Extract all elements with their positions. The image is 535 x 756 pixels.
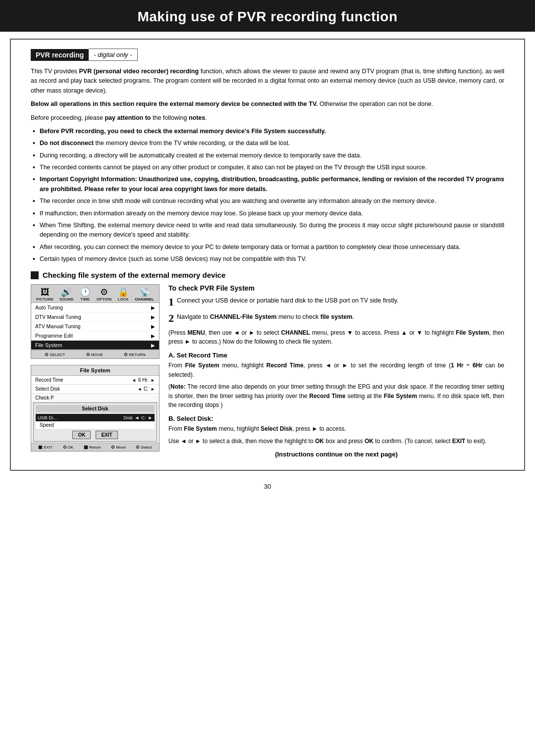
select-disk-right-arrow: ► — [151, 387, 155, 392]
record-time-left-arrow: ◄ — [132, 378, 136, 383]
check-pvr-title: To check PVR File System — [168, 284, 504, 292]
option-label: OPTION — [97, 297, 112, 302]
disk-left-arrow: ◄ — [135, 415, 139, 420]
disk-right-arrow: ► — [148, 415, 153, 420]
file-system-box: File System Record Time ◄ 6 Hr. ► Select… — [31, 365, 160, 452]
fs-menu-icon: ▦ — [84, 445, 88, 450]
step-2-note: (Press MENU, then use ◄ or ► to select C… — [168, 328, 504, 347]
picture-icon: 🖼 — [41, 288, 50, 297]
exit-button[interactable]: EXIT — [96, 431, 117, 439]
fs-menu: ▦ Return — [84, 445, 101, 450]
fs-ok-icon: ⊙ — [63, 445, 67, 450]
black-square-icon — [31, 271, 39, 279]
select-disk-popup: Select Disk USB Di... Disk ◄ C: ► Speed — [33, 403, 157, 442]
record-time-controls: ◄ 6 Hr. ► — [132, 377, 155, 383]
programme-edit-label: Programme Edit — [35, 333, 73, 339]
auto-tuning-arrow: ▶ — [151, 305, 155, 310]
lock-icon-item: 🔒 LOCK — [118, 288, 129, 302]
bullet-2: Do not disconnect the memory device from… — [31, 139, 504, 148]
atv-arrow: ▶ — [151, 324, 155, 329]
check-p-label: Check P — [35, 395, 54, 401]
ok-button[interactable]: OK — [72, 431, 91, 439]
page-header: Making use of PVR recording function — [0, 0, 535, 32]
select-label: SELECT — [50, 353, 65, 357]
programme-edit-row: Programme Edit ▶ — [31, 331, 159, 341]
select-disk-text1: From File System menu, highlight Select … — [168, 424, 504, 434]
page-wrapper: Making use of PVR recording function PVR… — [0, 0, 535, 756]
pvr-label: PVR recording — [31, 49, 89, 61]
programme-edit-arrow: ▶ — [151, 333, 155, 339]
fs-select-label: Select — [141, 445, 152, 450]
dtv-arrow: ▶ — [151, 314, 155, 320]
file-system-arrow: ▶ — [151, 343, 155, 348]
menu-icons-row: 🖼 PICTURE 🔊 SOUND 🕐 TIME ⚙ — [31, 285, 159, 303]
return-icon: ⊙ — [124, 352, 128, 357]
file-system-title: File System — [31, 365, 159, 376]
disk-label: Disk — [123, 415, 132, 420]
time-icon-item: 🕐 TIME — [80, 288, 91, 302]
footer-move: ⊙ MOVE — [86, 352, 103, 357]
fs-footer: ▣ EXIT ⊙ OK ▦ Return ⊙ M — [31, 443, 159, 451]
atv-manual-tuning-row: ATV Manual Tuning ▶ — [31, 322, 159, 331]
bullet-10: Certain types of memory device (such as … — [31, 254, 504, 264]
auto-tuning-row: Auto Tuning ▶ — [31, 303, 159, 312]
record-time-right-arrow: ► — [151, 378, 155, 383]
atv-manual-tuning-label: ATV Manual Tuning — [35, 323, 80, 329]
select-disk-row: Select Disk ◄ C: ► — [31, 385, 159, 394]
file-system-row: File System ▶ — [31, 341, 159, 350]
bullet-4: The recorded contents cannot be played o… — [31, 163, 504, 172]
return-label: RETURN — [129, 353, 145, 357]
picture-icon-item: 🖼 PICTURE — [36, 288, 54, 302]
picture-label: PICTURE — [36, 297, 54, 302]
sound-icon-item: 🔊 SOUND — [59, 288, 74, 302]
step-2: 2 Navigate to CHANNEL-File System menu t… — [168, 312, 504, 324]
dtv-manual-tuning-row: DTV Manual Tuning ▶ — [31, 312, 159, 322]
set-record-time-note: (Note: The record time also depends on y… — [168, 382, 504, 410]
menu-footer: ⊙ SELECT ⊙ MOVE ⊙ RETURN — [31, 350, 159, 358]
disk-value: C: — [141, 415, 146, 420]
fs-ok-label: OK — [68, 445, 74, 450]
usb-disk-row: USB Di... Disk ◄ C: ► — [36, 414, 155, 421]
fs-menu-label: Return — [89, 445, 101, 450]
sound-label: SOUND — [59, 297, 74, 302]
usb-label: USB Di... — [38, 415, 57, 420]
record-time-label: Record Time — [35, 377, 63, 383]
dtv-manual-tuning-label: DTV Manual Tuning — [35, 314, 81, 320]
step-2-text: Navigate to CHANNEL-File System menu to … — [177, 312, 354, 324]
step-2-number: 2 — [168, 312, 174, 324]
bullet-1: Before PVR recording, you need to check … — [31, 127, 504, 136]
step-1-number: 1 — [168, 296, 174, 308]
sound-icon: 🔊 — [61, 288, 72, 297]
option-icon-item: ⚙ OPTION — [97, 288, 112, 302]
lock-icon: 🔒 — [118, 288, 129, 297]
right-column: To check PVR File System 1 Connect your … — [168, 284, 504, 460]
select-disk-label: Select Disk — [35, 386, 60, 392]
channel-menu-box: 🖼 PICTURE 🔊 SOUND 🕐 TIME ⚙ — [31, 284, 160, 359]
section-heading: Checking file system of the external mem… — [31, 271, 504, 279]
main-content: PVR recording - digital only - This TV p… — [10, 39, 525, 471]
fs-move-label: Move — [116, 445, 126, 450]
fs-move: ⊙ Move — [111, 445, 126, 450]
step-1: 1 Connect your USB device or portable ha… — [168, 296, 504, 308]
select-disk-controls: ◄ C: ► — [137, 386, 155, 392]
footer-select: ⊙ SELECT — [45, 352, 65, 357]
two-column-layout: 🖼 PICTURE 🔊 SOUND 🕐 TIME ⚙ — [31, 284, 504, 460]
pvr-section-header: PVR recording - digital only - — [31, 49, 504, 61]
fs-exit-icon: ▣ — [38, 445, 43, 450]
footer-return: ⊙ RETURN — [124, 352, 145, 357]
instructions-continue: (Instructions continue on the next page) — [168, 451, 504, 458]
option-icon: ⚙ — [100, 288, 108, 297]
set-record-time-title: A. Set Record Time — [168, 352, 504, 359]
channel-label: CHANNEL — [135, 297, 154, 302]
move-label: MOVE — [91, 353, 103, 357]
page-number: 30 — [0, 478, 535, 493]
bullet-7: If malfunction, then information already… — [31, 209, 504, 218]
channel-icon-item: 📡 CHANNEL — [135, 288, 154, 302]
bullet-3: During recording, a directory will be au… — [31, 151, 504, 160]
speed-row: Speed — [36, 421, 155, 429]
bullet-5: Important Copyright Information: Unautho… — [31, 175, 504, 194]
time-label: TIME — [80, 297, 90, 302]
auto-tuning-label: Auto Tuning — [35, 304, 63, 310]
section-heading-text: Checking file system of the external mem… — [43, 271, 225, 279]
bullet-9: After recording, you can connect the mem… — [31, 243, 504, 252]
